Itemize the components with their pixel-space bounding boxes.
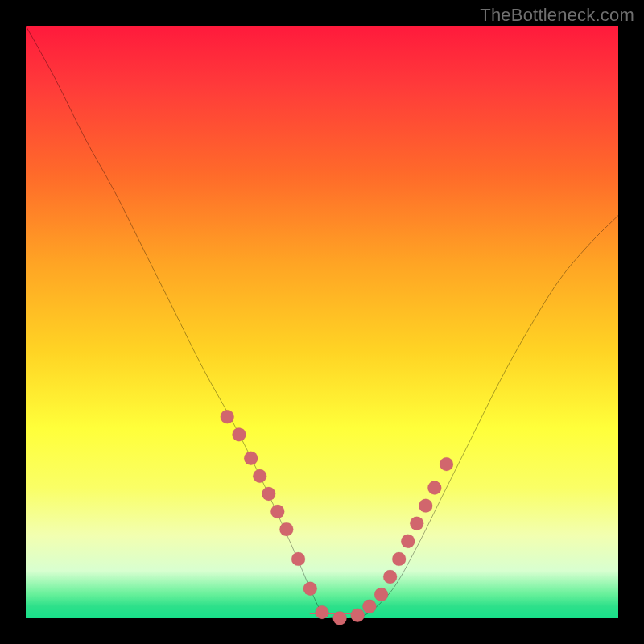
curve-marker	[316, 605, 329, 619]
curve-marker	[383, 570, 397, 584]
curve-marker	[392, 552, 406, 566]
curve-markers	[221, 410, 453, 625]
curve-marker	[410, 517, 423, 530]
curve-marker	[303, 582, 317, 596]
curve-marker	[270, 505, 284, 518]
curve-marker	[244, 452, 258, 465]
attribution-label: TheBottleneck.com	[480, 5, 634, 26]
curve-marker	[427, 481, 441, 495]
curve-marker	[253, 469, 266, 483]
curve-marker	[291, 552, 305, 566]
curve-marker	[232, 427, 246, 441]
curve-marker	[401, 535, 415, 548]
curve-marker	[262, 487, 275, 501]
bottleneck-curve	[26, 26, 618, 619]
plot-area	[26, 26, 618, 618]
curve-marker	[440, 457, 453, 471]
curve-marker	[221, 410, 234, 423]
curve-marker	[279, 522, 293, 536]
chart-frame: TheBottleneck.com	[0, 0, 644, 644]
curve-marker	[419, 499, 432, 513]
curve-marker	[362, 600, 376, 613]
curve-marker	[351, 609, 365, 622]
curve-marker	[374, 588, 388, 601]
curve-layer	[26, 26, 618, 618]
curve-marker	[333, 612, 347, 625]
